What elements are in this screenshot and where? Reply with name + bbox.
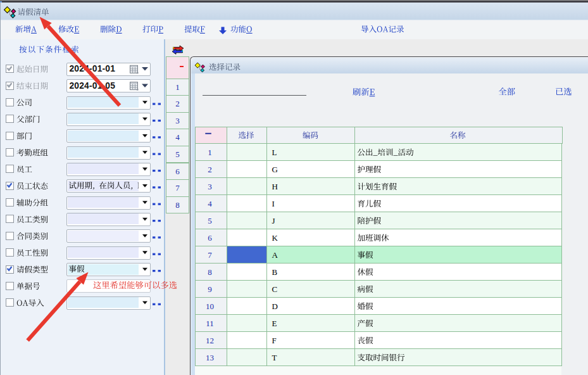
svg-text:C: C — [272, 284, 278, 294]
svg-text:1: 1 — [208, 148, 212, 157]
svg-text:3: 3 — [208, 182, 212, 191]
svg-text:E: E — [272, 319, 277, 328]
svg-text:8: 8 — [208, 267, 212, 277]
svg-text:9: 9 — [208, 284, 212, 294]
svg-text:12: 12 — [206, 336, 214, 345]
svg-text:3: 3 — [175, 116, 180, 125]
svg-text:2024-01-01: 2024-01-01 — [70, 64, 116, 73]
svg-text:2: 2 — [175, 99, 180, 108]
svg-text:T: T — [272, 353, 277, 362]
svg-text:F: F — [272, 336, 277, 345]
svg-text:10: 10 — [206, 302, 214, 311]
svg-text:1: 1 — [175, 82, 180, 92]
svg-text:I: I — [272, 199, 275, 208]
svg-text:4: 4 — [208, 199, 212, 208]
svg-text:7: 7 — [208, 250, 212, 260]
svg-text:G: G — [272, 165, 278, 174]
svg-text:6: 6 — [175, 167, 180, 176]
svg-text:D: D — [272, 302, 278, 311]
svg-text:K: K — [272, 233, 278, 243]
svg-text:11: 11 — [206, 319, 214, 328]
svg-text:13: 13 — [206, 353, 214, 362]
svg-text:8: 8 — [175, 200, 180, 210]
svg-text:2024-01-05: 2024-01-05 — [70, 81, 116, 91]
svg-text:L: L — [272, 148, 277, 157]
svg-text:4: 4 — [175, 132, 180, 142]
svg-text:7: 7 — [175, 183, 180, 193]
svg-text:6: 6 — [208, 233, 212, 243]
svg-text:H: H — [272, 182, 278, 191]
svg-text:J: J — [272, 216, 275, 226]
svg-text:5: 5 — [175, 149, 180, 159]
svg-text:2: 2 — [208, 165, 212, 174]
svg-text:B: B — [272, 267, 278, 277]
svg-text:5: 5 — [208, 216, 212, 226]
svg-text:A: A — [272, 250, 278, 260]
